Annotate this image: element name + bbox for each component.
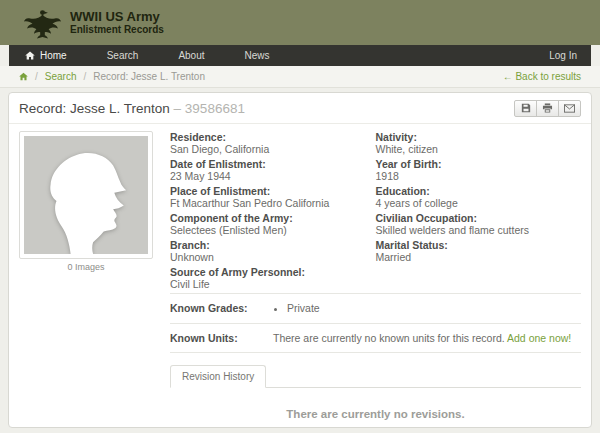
field-civilian-occupation: Civilian Occupation: Skilled welders and… <box>376 212 582 236</box>
field-value: White, citizen <box>376 143 582 155</box>
record-number: – 39586681 <box>174 101 245 116</box>
breadcrumb-search-link[interactable]: Search <box>45 71 77 82</box>
field-label: Nativity: <box>376 131 582 143</box>
no-revisions-message: There are currently no revisions. <box>286 408 464 420</box>
grade-item: Private <box>287 302 320 315</box>
back-to-results-link[interactable]: ← Back to results <box>503 71 581 82</box>
breadcrumb-separator: / <box>83 71 86 82</box>
field-label: Source of Army Personnel: <box>170 266 376 278</box>
field-branch: Branch: Unknown <box>170 239 376 263</box>
divider <box>170 352 581 353</box>
army-eagle-logo-icon <box>24 7 61 39</box>
field-value: San Diego, California <box>170 143 376 155</box>
known-units-text: There are currently no known units for t… <box>273 332 571 344</box>
breadcrumb-separator: / <box>35 71 38 82</box>
record-toolbar <box>515 100 581 117</box>
main-content: Record: Jesse L. Trenton – 39586681 <box>0 88 600 433</box>
field-value: Civil Life <box>170 278 376 290</box>
login-link[interactable]: Log In <box>535 45 591 66</box>
field-year-of-birth: Year of Birth: 1918 <box>376 158 582 182</box>
soldier-silhouette-placeholder <box>24 136 148 254</box>
breadcrumb-home-link[interactable] <box>19 72 28 81</box>
field-label: Component of the Army: <box>170 212 376 224</box>
field-component-of-army: Component of the Army: Selectees (Enlist… <box>170 212 376 236</box>
printer-icon <box>542 103 553 113</box>
record-card: Record: Jesse L. Trenton – 39586681 <box>8 92 592 428</box>
nav-item-home[interactable]: Home <box>9 45 87 66</box>
field-label: Civilian Occupation: <box>376 212 582 224</box>
field-education: Education: 4 years of college <box>376 185 582 209</box>
fields-column-right: Nativity: White, citizen Year of Birth: … <box>376 131 582 293</box>
known-units-row: Known Units: There are currently no know… <box>170 324 581 352</box>
site-header: WWII US Army Enlistment Records <box>0 0 600 45</box>
record-details: Residence: San Diego, California Date of… <box>170 131 581 422</box>
email-record-button[interactable] <box>558 100 581 117</box>
field-label: Residence: <box>170 131 376 143</box>
field-nativity: Nativity: White, citizen <box>376 131 582 155</box>
field-label: Education: <box>376 185 582 197</box>
home-icon <box>25 51 35 60</box>
image-count-caption: 0 Images <box>19 262 153 272</box>
known-units-label: Known Units: <box>170 332 273 344</box>
revision-tabs: Revision History <box>170 365 581 388</box>
record-title-text: Record: Jesse L. Trenton <box>19 101 170 116</box>
record-fields: Residence: San Diego, California Date of… <box>170 131 581 293</box>
save-icon <box>521 103 531 113</box>
nav-item-about[interactable]: About <box>158 45 224 66</box>
nav-item-news[interactable]: News <box>225 45 290 66</box>
fields-column-left: Residence: San Diego, California Date of… <box>170 131 376 293</box>
record-card-body: 0 Images Residence: San Diego, Californi… <box>9 124 591 429</box>
field-label: Branch: <box>170 239 376 251</box>
revision-history-panel: There are currently no revisions. <box>170 388 581 422</box>
nav-item-home-label: Home <box>40 50 67 61</box>
field-value: Unknown <box>170 251 376 263</box>
site-subtitle: Enlistment Records <box>70 24 164 36</box>
field-value: Married <box>376 251 582 263</box>
home-icon <box>19 72 28 81</box>
field-label: Place of Enlistment: <box>170 185 376 197</box>
add-unit-link[interactable]: Add one now! <box>507 332 571 344</box>
nav-item-search-label: Search <box>107 50 139 61</box>
breadcrumb: / Search / Record: Jesse L. Trenton ← Ba… <box>0 66 600 88</box>
record-card-header: Record: Jesse L. Trenton – 39586681 <box>9 93 591 124</box>
field-value: 1918 <box>376 170 582 182</box>
field-residence: Residence: San Diego, California <box>170 131 376 155</box>
field-label: Date of Enlistment: <box>170 158 376 170</box>
nav-item-search[interactable]: Search <box>87 45 159 66</box>
field-source-of-army-personnel: Source of Army Personnel: Civil Life <box>170 266 376 290</box>
known-grades-row: Known Grades: Private <box>170 294 581 323</box>
record-image-frame <box>19 131 153 259</box>
field-marital-status: Marital Status: Married <box>376 239 582 263</box>
field-value: Skilled welders and flame cutters <box>376 224 582 236</box>
envelope-icon <box>564 104 575 113</box>
site-title: WWII US Army <box>70 9 164 24</box>
tab-revision-history[interactable]: Revision History <box>170 365 266 388</box>
known-grades-label: Known Grades: <box>170 302 273 314</box>
page-title: Record: Jesse L. Trenton – 39586681 <box>19 101 245 116</box>
field-value: Ft Macarthur San Pedro California <box>170 197 376 209</box>
breadcrumb-current: Record: Jesse L. Trenton <box>93 71 205 82</box>
nav-item-about-label: About <box>178 50 204 61</box>
field-value: Selectees (Enlisted Men) <box>170 224 376 236</box>
field-label: Marital Status: <box>376 239 582 251</box>
record-image-module: 0 Images <box>19 131 153 422</box>
field-place-of-enlistment: Place of Enlistment: Ft Macarthur San Pe… <box>170 185 376 209</box>
field-value: 23 May 1944 <box>170 170 376 182</box>
field-label: Year of Birth: <box>376 158 582 170</box>
nav-item-news-label: News <box>245 50 270 61</box>
known-units-empty-message: There are currently no known units for t… <box>273 332 505 344</box>
field-value: 4 years of college <box>376 197 582 209</box>
field-date-of-enlistment: Date of Enlistment: 23 May 1944 <box>170 158 376 182</box>
known-grades-list: Private <box>273 302 320 315</box>
main-navbar: Home Search About News Log In <box>9 45 591 66</box>
print-button[interactable] <box>536 100 559 117</box>
save-record-button[interactable] <box>514 100 537 117</box>
